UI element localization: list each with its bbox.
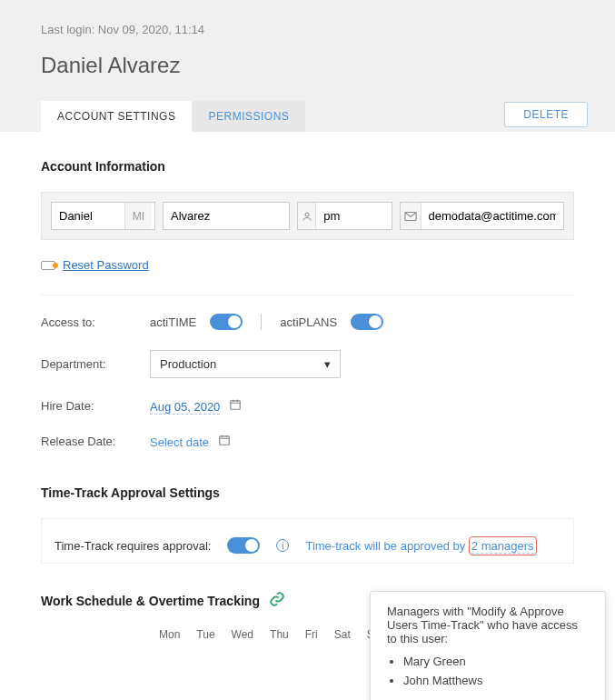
info-icon: i bbox=[276, 539, 289, 552]
divider bbox=[41, 295, 574, 295]
schedule-heading: Work Schedule & Overtime Tracking bbox=[41, 594, 260, 608]
user-icon bbox=[298, 203, 316, 229]
tt-approval-heading: Time-Track Approval Settings bbox=[41, 485, 574, 500]
calendar-icon[interactable] bbox=[229, 398, 242, 414]
divider bbox=[261, 314, 262, 330]
department-value: Production bbox=[160, 357, 216, 371]
tt-info-text: Time-track will be approved by bbox=[305, 539, 465, 553]
managers-link[interactable]: 2 managers bbox=[469, 536, 537, 555]
tab-account-settings[interactable]: ACCOUNT SETTINGS bbox=[41, 101, 192, 132]
svg-point-0 bbox=[305, 213, 309, 216]
reset-password-link[interactable]: Reset Password bbox=[63, 258, 149, 272]
username-field[interactable] bbox=[316, 203, 392, 229]
hire-date-value[interactable]: Aug 05, 2020 bbox=[150, 400, 220, 415]
page-title: Daniel Alvarez bbox=[41, 53, 588, 78]
managers-popover: Managers with "Modify & Approve Users Ti… bbox=[370, 591, 606, 700]
first-name-field[interactable] bbox=[52, 203, 124, 229]
email-icon bbox=[401, 203, 422, 229]
day-sat: Sat bbox=[334, 628, 351, 641]
actitime-label: actiTIME bbox=[150, 315, 196, 329]
account-info-heading: Account Information bbox=[41, 159, 574, 174]
manager-item: Mary Green bbox=[403, 655, 589, 668]
actitime-toggle[interactable] bbox=[210, 314, 243, 330]
popover-desc: Managers with "Modify & Approve Users Ti… bbox=[387, 605, 589, 645]
mi-field[interactable]: MI bbox=[124, 203, 152, 229]
account-info-box: MI bbox=[41, 192, 574, 240]
link-icon[interactable] bbox=[269, 591, 285, 610]
hire-date-label: Hire Date: bbox=[41, 399, 150, 413]
manager-item: John Matthews bbox=[403, 674, 589, 687]
release-date-value[interactable]: Select date bbox=[150, 435, 209, 449]
last-login: Last login: Nov 09, 2020, 11:14 bbox=[41, 23, 588, 36]
chevron-down-icon: ▾ bbox=[324, 357, 331, 371]
day-mon: Mon bbox=[159, 628, 180, 641]
tt-approval-toggle[interactable] bbox=[227, 537, 260, 554]
last-name-field[interactable] bbox=[164, 203, 289, 229]
department-select[interactable]: Production ▾ bbox=[150, 350, 341, 378]
calendar-icon[interactable] bbox=[218, 434, 231, 449]
svg-rect-3 bbox=[219, 436, 229, 445]
delete-button[interactable]: DELETE bbox=[504, 102, 588, 127]
svg-rect-2 bbox=[231, 401, 241, 409]
department-label: Department: bbox=[41, 357, 150, 371]
release-date-label: Release Date: bbox=[41, 435, 150, 448]
day-wed: Wed bbox=[232, 628, 253, 641]
email-field[interactable] bbox=[422, 203, 563, 229]
day-tue: Tue bbox=[196, 628, 214, 641]
password-icon bbox=[41, 261, 55, 270]
actiplans-label: actiPLANS bbox=[280, 315, 337, 329]
tt-requires-label: Time-Track requires approval: bbox=[55, 539, 211, 553]
tab-permissions[interactable]: PERMISSIONS bbox=[192, 101, 305, 132]
day-fri: Fri bbox=[305, 628, 318, 641]
actiplans-toggle[interactable] bbox=[351, 314, 383, 330]
day-thu: Thu bbox=[270, 628, 289, 641]
tt-approval-box: Time-Track requires approval: i Time-tra… bbox=[41, 518, 574, 564]
access-label: Access to: bbox=[41, 315, 150, 329]
